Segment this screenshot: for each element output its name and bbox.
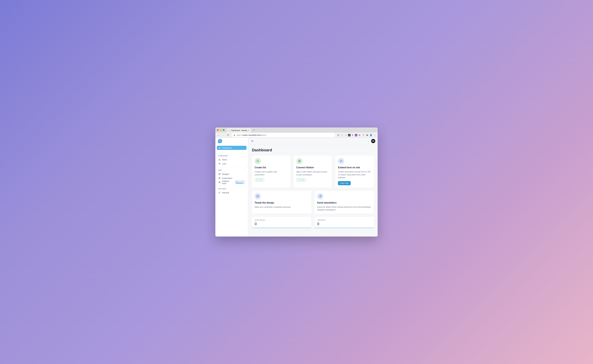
onboarding-row-1: Create list Create a list to gather your… [252,156,374,188]
svg-point-16 [257,196,257,196]
sidebar: N Dashboard CAMPAIGNS ⌃ [215,138,248,236]
app-logo[interactable]: N [218,139,222,143]
status-done-badge: Done [255,178,264,182]
card-title: Tweak the design [255,202,309,204]
sidepanel-icon[interactable]: ▣ [366,134,369,137]
sidebar-item-label: Send [222,159,227,161]
close-tab-icon[interactable]: × [248,129,249,131]
card-create-list: Create list Create a list to gather your… [252,156,290,188]
svg-rect-0 [219,173,220,175]
settings-gear-icon[interactable]: ✿ [358,134,361,137]
section-header-campaigns[interactable]: CAMPAIGNS ⌃ [217,155,247,157]
sidebar-item-lists[interactable]: Lists [217,162,247,166]
extensions-puzzle-icon[interactable]: ✦ [362,134,365,137]
kebab-menu-icon[interactable]: ⋮ [373,134,376,137]
topbar: RB [248,138,378,144]
globe-icon [228,129,230,131]
profile-icon[interactable]: 👤 [369,134,373,137]
tabs-dropdown-button[interactable]: ⌄ [373,129,376,131]
app-root: N Dashboard CAMPAIGNS ⌃ [215,138,378,236]
sidebar-section-settings: SETTINGS ⌃ General [215,186,248,195]
card-title: Embed form on site [338,166,371,169]
bookmark-star-icon[interactable]: ☆ [340,134,344,137]
share-icon[interactable] [337,134,340,137]
close-window-button[interactable] [217,129,219,131]
logo-row: N [215,138,248,144]
chevron-up-icon: ⌃ [244,155,245,157]
card-title: Send newsletters [317,202,371,204]
onboarding-row-2: Tweak the design Make your newsletter co… [252,191,374,214]
card-description: Enjoy the stellar Notion writing experie… [317,206,371,211]
browser-extensions: ☆ ◇ ■ D m ✿ ✦ ▣ 👤 ⋮ [337,134,376,137]
svg-point-17 [258,195,258,196]
extension-icon[interactable]: D [351,134,354,137]
extension-icon[interactable]: ◇ [344,134,347,137]
card-description: Create a list to gather your subscribers… [255,170,288,176]
sidebar-item-label: General [222,192,229,194]
svg-point-3 [220,178,220,178]
sidebar-item-designs[interactable]: Designs [217,172,247,176]
users-icon [218,177,221,179]
maximize-window-button[interactable] [223,129,225,131]
reload-button[interactable]: ⟳ [226,133,230,137]
copy-code-button[interactable]: Copy code [338,181,351,185]
card-description: Sign in with Notion and grant access to … [296,170,330,176]
designs-icon [218,173,221,175]
minimize-window-button[interactable] [220,129,222,131]
user-avatar[interactable]: RB [371,139,375,143]
status-done-badge: Done [296,178,306,182]
gear-icon [218,192,221,194]
svg-point-18 [258,196,259,196]
back-button[interactable]: ← [217,133,221,137]
menu-toggle-button[interactable] [250,139,254,143]
home-icon [218,147,221,149]
svg-point-2 [219,178,220,178]
sidebar-item-addressbook[interactable]: Address book 0 addresses [217,180,247,184]
card-connect-notion: Connect Notion Sign in with Notion and g… [294,156,332,188]
section-header-settings[interactable]: SETTINGS ⌃ [217,188,247,191]
extension-icon[interactable]: ■ [348,134,351,136]
card-description: Make your newsletter completely personal… [255,206,309,208]
stats-row: Subscriptions 0 Addresses 0 [252,217,374,228]
checklist-icon [255,158,261,164]
extension-icon[interactable]: m [355,134,357,136]
sidebar-item-label: Designs [222,173,229,175]
tab-title: Dashboard - Newsly [231,129,247,131]
sidebar-item-dashboard[interactable]: Dashboard [217,146,247,150]
svg-line-15 [341,160,341,162]
sidebar-item-label: Dashboard [222,147,232,149]
card-tweak-design: Tweak the design Make your newsletter co… [252,191,311,214]
card-embed-form: Embed form on site Collect subscribers v… [335,156,374,188]
new-tab-button[interactable]: + [252,128,256,132]
lists-icon [218,163,221,165]
forward-button[interactable]: → [221,133,225,137]
at-sign-icon [218,181,220,183]
content-area: Dashboard Create list Create a list to g… [248,144,378,236]
sidebar-item-general[interactable]: General [217,191,247,195]
sidebar-item-subscribers[interactable]: Subscribers [217,176,247,180]
sidebar-item-label: Address book [222,180,233,184]
paper-plane-icon [317,193,323,199]
lock-icon: 🔒 [233,134,236,136]
stat-value: 0 [255,222,309,226]
sidebar-item-label: Subscribers [222,177,232,179]
section-header-mail[interactable]: MAIL ⌃ [217,169,247,172]
address-bar[interactable]: 🔒 https://notion-newsletter.test/admin [232,133,335,137]
stat-addresses: Addresses 0 [314,217,374,228]
main-content: RB Dashboard Create list Create a list t… [248,138,378,236]
browser-toolbar: ← → ⟳ 🔒 https://notion-newsletter.test/a… [215,132,378,138]
svg-point-5 [219,192,220,193]
chevron-up-icon: ⌃ [244,169,245,171]
card-title: Connect Notion [296,166,330,169]
browser-tab-bar: Dashboard - Newsly × + ⌄ [215,128,378,132]
address-count-badge: 0 addresses [235,180,245,184]
svg-point-4 [219,182,220,182]
url-text: https://notion-newsletter.test/admin [237,134,267,136]
stat-label: Addresses [317,219,371,221]
browser-tab[interactable]: Dashboard - Newsly × [227,128,251,132]
browser-window: Dashboard - Newsly × + ⌄ ← → ⟳ 🔒 https:/… [215,128,378,236]
stat-value: 0 [317,222,371,226]
sidebar-item-send[interactable]: Send [217,157,247,162]
card-description: Collect subscribers via the form or API.… [338,170,371,179]
send-icon [218,159,221,161]
